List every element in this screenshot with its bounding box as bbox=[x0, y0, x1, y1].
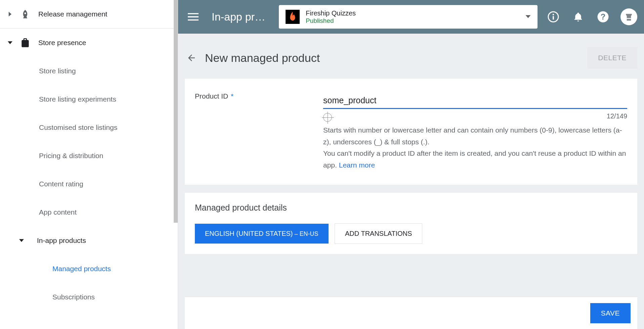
app-status: Published bbox=[306, 17, 525, 25]
sidebar-label: App content bbox=[39, 208, 77, 216]
app-info: Fireship Quizzes Published bbox=[306, 9, 525, 25]
save-button[interactable]: SAVE bbox=[590, 303, 631, 323]
form-row-product-id: Product ID * 12/149 Starts with number o… bbox=[195, 92, 627, 171]
app-name: Fireship Quizzes bbox=[306, 9, 525, 17]
svg-marker-0 bbox=[9, 12, 11, 16]
product-id-input[interactable] bbox=[323, 92, 627, 109]
add-translations-button[interactable]: ADD TRANSLATIONS bbox=[335, 223, 422, 244]
help-text: Starts with number or lowercase letter a… bbox=[323, 124, 627, 171]
main: In-app pr… Fireship Quizzes Published bbox=[178, 0, 644, 329]
page-title: New managed product bbox=[205, 51, 587, 65]
product-id-field: 12/149 Starts with number or lowercase l… bbox=[323, 92, 627, 171]
bell-icon[interactable] bbox=[571, 9, 586, 24]
chevron-down-icon bbox=[7, 40, 13, 45]
lang-label: ENGLISH (UNITED STATES) bbox=[205, 230, 293, 237]
svg-point-5 bbox=[553, 14, 554, 15]
help-icon[interactable]: ? bbox=[596, 9, 610, 24]
breadcrumb-title: In-app pr… bbox=[212, 11, 265, 23]
content: New managed product DELETE Product ID * … bbox=[178, 34, 644, 329]
sidebar-label: Release management bbox=[38, 10, 107, 18]
sidebar-item-pricing-distribution[interactable]: Pricing & distribution bbox=[0, 142, 178, 170]
sidebar: Release management Store presence Store … bbox=[0, 0, 178, 329]
dropdown-icon bbox=[525, 15, 531, 19]
sidebar-label: In-app products bbox=[37, 236, 86, 245]
sidebar-item-customised-store-listings[interactable]: Customised store listings bbox=[0, 113, 178, 142]
product-details-card: Managed product details ENGLISH (UNITED … bbox=[185, 193, 637, 254]
topbar: In-app pr… Fireship Quizzes Published bbox=[178, 0, 644, 34]
sidebar-label: Subscriptions bbox=[52, 293, 95, 301]
product-id-label: Product ID * bbox=[195, 92, 323, 171]
info-icon[interactable] bbox=[546, 9, 561, 24]
shopping-bag-icon bbox=[19, 36, 32, 49]
sidebar-item-managed-products[interactable]: Managed products bbox=[0, 255, 178, 283]
chevron-down-icon bbox=[18, 238, 25, 243]
sidebar-item-store-listing[interactable]: Store listing bbox=[0, 57, 178, 85]
char-count: 12/149 bbox=[332, 112, 627, 120]
language-tab-active[interactable]: ENGLISH (UNITED STATES) – EN-US bbox=[195, 224, 329, 244]
sidebar-item-store-listing-experiments[interactable]: Store listing experiments bbox=[0, 85, 178, 113]
svg-rect-6 bbox=[553, 16, 554, 20]
app-icon bbox=[286, 10, 300, 24]
avatar[interactable] bbox=[620, 8, 637, 25]
svg-marker-1 bbox=[8, 41, 12, 44]
save-bar: SAVE bbox=[185, 297, 637, 329]
sidebar-label: Customised store listings bbox=[39, 123, 117, 132]
app-selector[interactable]: Fireship Quizzes Published bbox=[279, 5, 538, 29]
details-title: Managed product details bbox=[195, 203, 627, 213]
target-icon bbox=[323, 113, 332, 122]
sidebar-item-app-content[interactable]: App content bbox=[0, 198, 178, 226]
page-header: New managed product DELETE bbox=[185, 40, 637, 79]
sidebar-item-subscriptions[interactable]: Subscriptions bbox=[0, 283, 178, 311]
required-indicator: * bbox=[231, 92, 233, 100]
back-arrow-icon[interactable] bbox=[185, 51, 198, 65]
language-tabs: ENGLISH (UNITED STATES) – EN-US ADD TRAN… bbox=[195, 223, 627, 244]
sidebar-item-in-app-products[interactable]: In-app products bbox=[0, 226, 178, 255]
scrollbar[interactable] bbox=[174, 0, 178, 223]
sidebar-label: Content rating bbox=[39, 180, 83, 188]
svg-marker-3 bbox=[526, 15, 531, 18]
lang-code: – EN-US bbox=[293, 230, 318, 237]
rocket-icon bbox=[19, 8, 32, 21]
sidebar-item-store-presence[interactable]: Store presence bbox=[0, 29, 178, 57]
help-line-1: Starts with number or lowercase letter a… bbox=[323, 126, 622, 146]
label-text: Product ID bbox=[195, 92, 228, 100]
menu-icon[interactable] bbox=[185, 8, 202, 25]
sidebar-label: Pricing & distribution bbox=[39, 152, 103, 160]
product-id-card: Product ID * 12/149 Starts with number o… bbox=[185, 79, 637, 185]
sidebar-item-content-rating[interactable]: Content rating bbox=[0, 170, 178, 198]
topbar-actions: ? bbox=[546, 8, 637, 25]
learn-more-link[interactable]: Learn more bbox=[339, 161, 375, 169]
chevron-right-icon bbox=[7, 12, 13, 16]
sidebar-label: Managed products bbox=[52, 265, 111, 273]
svg-text:?: ? bbox=[601, 12, 606, 21]
sidebar-label: Store presence bbox=[38, 39, 86, 47]
svg-marker-2 bbox=[19, 239, 24, 242]
delete-button[interactable]: DELETE bbox=[587, 47, 637, 69]
sidebar-item-release-management[interactable]: Release management bbox=[0, 0, 178, 28]
sidebar-label: Store listing bbox=[39, 67, 76, 75]
sidebar-label: Store listing experiments bbox=[39, 95, 116, 103]
